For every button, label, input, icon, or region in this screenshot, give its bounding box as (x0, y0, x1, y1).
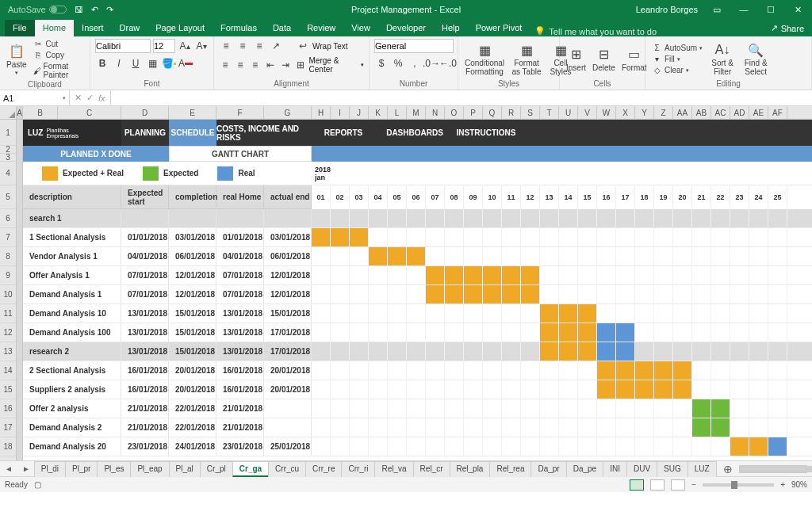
col-header[interactable]: I (331, 106, 350, 119)
row-header[interactable]: 5 (0, 185, 16, 209)
col-header[interactable]: V (578, 106, 597, 119)
align-middle-icon[interactable]: ≡ (236, 39, 250, 53)
sheet-tab-sug[interactable]: SUG (657, 461, 688, 477)
ribbon-tab-review[interactable]: Review (299, 20, 343, 36)
font-size-select[interactable] (153, 39, 175, 53)
increase-decimal-icon[interactable]: .0→ (424, 56, 439, 71)
currency-icon[interactable]: $ (374, 56, 389, 71)
conditional-formatting-button[interactable]: ▦Conditional Formatting (463, 40, 506, 78)
table-row[interactable]: Vendor Analysis 104/01/201806/01/201804/… (23, 247, 812, 266)
day-header[interactable]: 16 (597, 185, 616, 209)
tell-me-input[interactable]: 💡Tell me what you want to do (534, 26, 657, 36)
table-row[interactable]: Suppliers 2 analysis16/01/201820/01/2018… (23, 380, 812, 399)
find-select-button[interactable]: 🔍Find & Select (741, 40, 771, 78)
sheet-tab-luz[interactable]: LUZ (688, 461, 717, 477)
number-format-select[interactable] (374, 39, 454, 53)
row-header[interactable]: 17 (0, 418, 16, 437)
col-header[interactable]: K (369, 106, 388, 119)
col-header[interactable]: C (58, 106, 121, 119)
row-header[interactable]: 13 (0, 342, 16, 361)
table-header[interactable]: actual end (264, 185, 312, 208)
day-header[interactable]: 09 (464, 185, 483, 209)
col-header[interactable]: H (312, 106, 331, 119)
col-header[interactable]: AD (730, 106, 749, 119)
day-header[interactable]: 12 (521, 185, 540, 209)
ribbon-tab-developer[interactable]: Developer (378, 20, 434, 36)
table-row[interactable]: search 1 (23, 209, 812, 228)
column-headers[interactable]: A BCDEFGHIJKLMNOPQRSTUVWXYZAAABACADAEAF (0, 106, 812, 120)
day-header[interactable]: 21 (692, 185, 711, 209)
day-header[interactable]: 04 (369, 185, 388, 209)
row-header[interactable]: 14 (0, 361, 16, 380)
col-header[interactable]: AC (711, 106, 730, 119)
ribbon-tab-draw[interactable]: Draw (112, 20, 148, 36)
table-header[interactable]: completion (169, 185, 216, 208)
bold-button[interactable]: B (95, 56, 109, 71)
col-header[interactable]: AE (749, 106, 768, 119)
col-header[interactable]: N (426, 106, 445, 119)
col-header[interactable]: U (559, 106, 578, 119)
ribbon-tab-insert[interactable]: Insert (74, 20, 112, 36)
undo-icon[interactable]: ↶ (91, 5, 98, 15)
italic-button[interactable]: I (112, 56, 126, 71)
font-color-button[interactable]: A (178, 56, 193, 71)
zoom-out-button[interactable]: − (691, 480, 696, 489)
sheet-tab-rel_cr[interactable]: Rel_cr (413, 461, 450, 477)
increase-font-icon[interactable]: A▴ (178, 39, 192, 53)
col-header[interactable]: M (407, 106, 426, 119)
sheet-tab-crr_re[interactable]: Crr_re (305, 461, 342, 477)
col-header[interactable]: Z (654, 106, 673, 119)
day-header[interactable]: 01 (312, 185, 331, 209)
row-header[interactable]: 10 (0, 285, 16, 304)
zoom-in-button[interactable]: + (780, 480, 785, 489)
align-right-icon[interactable]: ≡ (249, 58, 262, 72)
nav-instructions[interactable]: INSTRUCTIONS (454, 120, 518, 146)
sheet-tab-pl_di[interactable]: Pl_di (34, 461, 66, 477)
sheet-tab-rel_pla[interactable]: Rel_pla (450, 461, 491, 477)
close-button[interactable]: ✕ (790, 5, 806, 15)
sheet-tab-pl_eap[interactable]: Pl_eap (130, 461, 169, 477)
col-header[interactable]: J (350, 106, 369, 119)
table-row[interactable]: 2 Sectional Analysis16/01/201820/01/2018… (23, 361, 812, 380)
row-header[interactable]: 9 (0, 266, 16, 285)
row-header[interactable]: 16 (0, 399, 16, 418)
day-header[interactable]: 11 (502, 185, 521, 209)
day-header[interactable]: 05 (388, 185, 407, 209)
autosum-button[interactable]: ΣAutoSum▾ (650, 43, 704, 53)
format-painter-button[interactable]: 🖌Format Painter (32, 61, 85, 80)
format-cells-button[interactable]: ▭Format (620, 45, 649, 74)
table-header[interactable]: description (23, 185, 121, 208)
align-left-icon[interactable]: ≡ (219, 58, 232, 72)
nav-planning[interactable]: PLANNING (121, 120, 169, 146)
ribbon-tab-page-layout[interactable]: Page Layout (147, 20, 213, 36)
sheet-tab-pl_al[interactable]: Pl_al (169, 461, 201, 477)
font-name-select[interactable] (95, 39, 151, 53)
macro-record-icon[interactable]: ▢ (34, 480, 41, 489)
view-page-layout-icon[interactable] (650, 479, 665, 491)
row-headers[interactable]: 12345678910111213141516171819 (0, 120, 17, 460)
format-as-table-button[interactable]: ▦Format as Table (509, 40, 544, 78)
col-header[interactable]: AB (692, 106, 711, 119)
day-header[interactable]: 07 (426, 185, 445, 209)
fx-icon[interactable]: fx (98, 94, 105, 103)
merge-center-button[interactable]: Merge & Center (309, 56, 358, 74)
redo-icon[interactable]: ↷ (106, 5, 113, 15)
enter-formula-icon[interactable]: ✓ (86, 93, 94, 103)
fill-color-button[interactable]: 🪣 (162, 56, 176, 71)
row-header[interactable]: 1 (0, 120, 16, 146)
save-icon[interactable]: 🖫 (75, 5, 83, 14)
cancel-formula-icon[interactable]: ✕ (75, 93, 82, 103)
align-bottom-icon[interactable]: ≡ (252, 39, 266, 53)
name-box[interactable]: A1▾ (0, 90, 70, 105)
row-header[interactable]: 8 (0, 247, 16, 266)
sheet-tab-cr_pl[interactable]: Cr_pl (200, 461, 233, 477)
day-header[interactable]: 19 (654, 185, 673, 209)
row-header[interactable]: 4 (0, 162, 16, 185)
clear-button[interactable]: ◇Clear▾ (650, 65, 704, 75)
maximize-button[interactable]: ☐ (763, 5, 779, 15)
col-header[interactable]: T (540, 106, 559, 119)
table-header[interactable]: real Home (216, 185, 264, 208)
horizontal-scrollbar[interactable] (739, 465, 807, 473)
day-header[interactable]: 18 (635, 185, 654, 209)
ribbon-tab-help[interactable]: Help (434, 20, 468, 36)
